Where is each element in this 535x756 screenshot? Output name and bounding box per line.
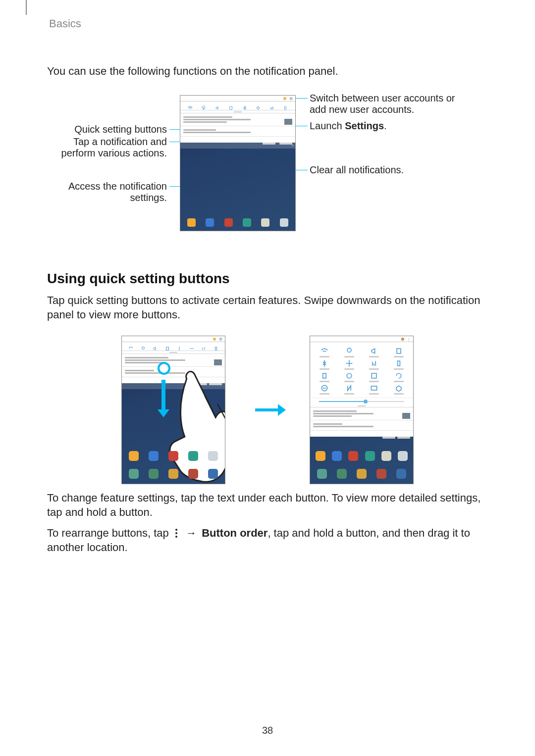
- text-span: Launch: [310, 120, 345, 131]
- quick-settings-row: [180, 101, 295, 110]
- intro-text: You can use the following functions on t…: [47, 65, 488, 78]
- rotate-icon: [165, 344, 170, 349]
- gear-icon: ⚙: [401, 337, 404, 342]
- collapsed-notification-bar: ×: [180, 143, 295, 149]
- lead-line: [294, 126, 308, 126]
- location-icon: [141, 344, 146, 349]
- dock: [180, 218, 295, 227]
- notification-item: [310, 407, 413, 420]
- flight-icon: [189, 344, 194, 349]
- svg-rect-4: [215, 347, 216, 350]
- svg-point-5: [347, 349, 351, 353]
- flashlight-icon: [214, 344, 218, 349]
- app-icon: [243, 218, 251, 227]
- screenshot-after-swipe: ⚙ ⋮: [310, 336, 414, 484]
- dock-secondary: [310, 469, 413, 479]
- smart-view-icon: [370, 384, 378, 392]
- callout-tap-notification: Tap a notification and perform various a…: [47, 136, 167, 159]
- nfc-icon: [345, 384, 353, 392]
- sound-icon: [215, 103, 220, 108]
- svg-rect-1: [285, 106, 286, 109]
- notification-footer: [310, 431, 413, 437]
- power-saving-icon: [321, 372, 328, 380]
- gear-icon: ⚙: [219, 337, 222, 342]
- paragraph-rearrange: To rearrange buttons, tap → Button order…: [47, 526, 488, 554]
- user-account-icon: [283, 97, 286, 100]
- dock: [310, 451, 413, 461]
- flight-icon: [345, 359, 353, 367]
- brightness-slider: [310, 398, 413, 404]
- notification-item: [180, 126, 295, 137]
- callout-launch-settings: Launch Settings.: [310, 120, 458, 132]
- flashlight-icon: [395, 359, 403, 367]
- rotate-icon: [228, 103, 233, 108]
- screenshot-before-swipe: ⚙: [121, 336, 225, 484]
- page-tab-mark: [26, 0, 27, 15]
- sound-icon: [370, 347, 378, 355]
- app-icon: [224, 218, 233, 227]
- app-icon: [261, 218, 269, 227]
- app-icon: [187, 218, 196, 227]
- paragraph-change-settings: To change feature settings, tap the text…: [47, 491, 488, 519]
- svg-rect-0: [230, 106, 232, 109]
- touch-indicator: [158, 362, 170, 375]
- svg-rect-12: [371, 386, 376, 390]
- reading-mode-icon: [370, 372, 378, 380]
- sync-icon: [395, 372, 403, 380]
- hand-illustration: [143, 359, 225, 485]
- svg-rect-7: [398, 361, 400, 366]
- location-icon: [201, 103, 206, 108]
- user-account-icon: [213, 338, 216, 341]
- apps-drawer-icon: [280, 218, 288, 227]
- rotate-icon: [395, 347, 403, 355]
- page-number: 38: [0, 725, 535, 736]
- svg-point-9: [347, 373, 352, 378]
- bluetooth-icon: [177, 344, 182, 349]
- arrow-glyph: →: [186, 527, 197, 539]
- figure-swipe-quick-settings: ⚙: [47, 336, 488, 484]
- more-icon: ⋮: [407, 337, 411, 342]
- screenshot-notification-panel: ⚙ ×: [180, 95, 296, 231]
- status-bar: ⚙: [180, 96, 295, 101]
- wifi-icon: [188, 103, 193, 108]
- flashlight-icon: [283, 103, 288, 108]
- bluetooth-icon: [321, 359, 328, 367]
- wifi-icon: [128, 344, 133, 349]
- status-bar: ⚙ ⋮: [310, 336, 413, 342]
- svg-rect-10: [372, 373, 376, 378]
- svg-rect-6: [397, 349, 401, 353]
- notification-thumbnail: [284, 119, 292, 125]
- notification-item: [180, 113, 295, 126]
- mobile-data-icon: [269, 103, 274, 108]
- lead-line: [294, 170, 308, 170]
- breadcrumb: Basics: [49, 17, 488, 30]
- text-span: .: [384, 120, 387, 131]
- status-bar: ⚙: [122, 336, 225, 342]
- dock-secondary: [122, 469, 225, 479]
- text-bold: Button order: [202, 527, 268, 539]
- notification-footer: [180, 137, 295, 143]
- app-icon: [206, 218, 214, 227]
- dock: [122, 451, 225, 461]
- dnd-icon: [321, 384, 328, 392]
- manual-page: Basics You can use the following functio…: [0, 0, 535, 756]
- quick-settings-grid: [310, 342, 413, 398]
- paragraph-quick-setting: Tap quick setting buttons to activate ce…: [47, 294, 488, 322]
- more-options-icon: [173, 529, 180, 538]
- svg-point-2: [142, 347, 144, 349]
- notification-item: [310, 420, 413, 431]
- callout-clear-all: Clear all notifications.: [310, 164, 458, 176]
- heading-using-quick-setting-buttons: Using quick setting buttons: [47, 271, 488, 287]
- wifi-icon: [321, 347, 328, 355]
- gear-icon: ⚙: [289, 97, 293, 101]
- text-span: To rearrange buttons, tap: [47, 527, 172, 539]
- svg-rect-3: [166, 347, 168, 350]
- callout-access-notif-settings: Access the notification settings.: [47, 181, 167, 203]
- flight-icon: [256, 103, 261, 108]
- sound-icon: [153, 344, 158, 349]
- callout-quick-setting-buttons: Quick setting buttons: [47, 124, 167, 135]
- quick-settings-row: [122, 342, 225, 351]
- private-mode-icon: [395, 384, 403, 392]
- location-icon: [345, 347, 353, 355]
- mobile-data-icon: [370, 359, 378, 367]
